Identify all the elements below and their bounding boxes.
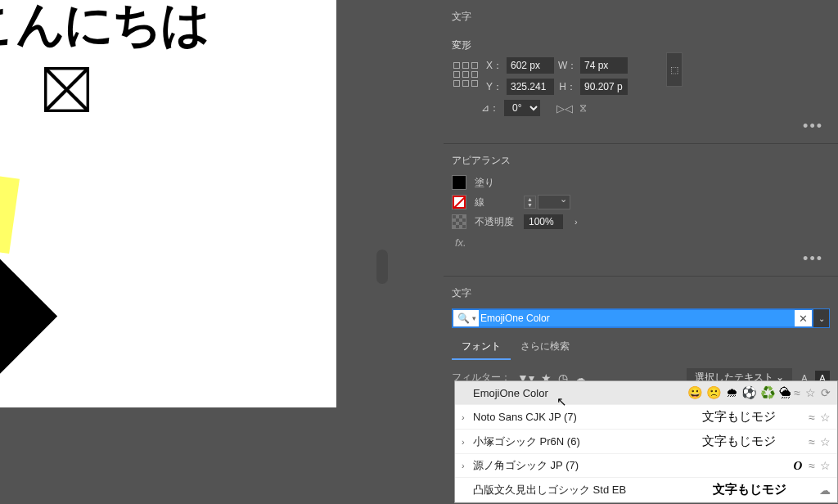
angle-label: ⊿： — [481, 101, 499, 115]
font-name-label: EmojiOne Color — [473, 387, 687, 399]
font-title: 文字 — [452, 280, 830, 305]
similar-icon[interactable]: ≈ — [809, 459, 815, 472]
font-name-label: 凸版文久見出しゴシック Std EB — [473, 483, 713, 497]
expand-icon[interactable]: › — [462, 412, 473, 422]
favorite-icon[interactable]: ☆ — [820, 459, 831, 472]
font-search-input[interactable]: EmojiOne Color — [479, 310, 795, 326]
fill-label: 塗り — [475, 176, 516, 190]
similar-icon[interactable]: ≈ — [809, 411, 815, 424]
missing-glyph-icon[interactable] — [44, 67, 89, 112]
stroke-swatch[interactable] — [452, 195, 466, 209]
x-input[interactable] — [507, 57, 554, 74]
activate-icon[interactable]: ⟳ — [821, 386, 831, 399]
fill-swatch[interactable] — [452, 175, 466, 190]
tab-more-search[interactable]: さらに検索 — [511, 335, 579, 360]
link-wh-icon[interactable]: ⬚ — [666, 52, 683, 87]
search-dropdown-icon[interactable]: ▾ — [472, 314, 479, 322]
favorite-icon[interactable]: ☆ — [805, 386, 816, 399]
opacity-input[interactable] — [524, 214, 563, 229]
character-title: 文字 — [452, 3, 830, 29]
transform-more-icon[interactable]: ••• — [452, 118, 830, 135]
font-preview: O — [702, 459, 809, 473]
character-section-header: 文字 — [444, 0, 838, 29]
font-item-2[interactable]: ›小塚ゴシック Pr6N (6)文字もじモジ≈☆ — [455, 430, 837, 454]
font-preview: 文字もじモジ — [702, 434, 809, 449]
font-preview: 文字もじモジ — [713, 482, 819, 497]
font-item-4[interactable]: 凸版文久見出しゴシック Std EB文字もじモジ☁ — [455, 478, 837, 502]
y-input[interactable] — [507, 79, 554, 95]
flip-horizontal-icon[interactable]: ▷◁ — [556, 102, 573, 115]
angle-select[interactable]: 0° — [504, 100, 540, 116]
transform-section: 変形 X： W： ⬚ Y： H： — [444, 29, 838, 144]
font-preview: 😀 🙁 🌧 ⚽ ♻️ 🌦 — [687, 385, 794, 400]
expand-icon[interactable]: › — [462, 461, 473, 470]
font-search-field[interactable]: 🔍 ▾ EmojiOne Color ✕ — [452, 308, 813, 328]
yellow-shape[interactable] — [0, 169, 20, 254]
font-actions: ≈☆ — [809, 411, 831, 424]
font-name-label: 源ノ角ゴシック JP (7) — [473, 458, 702, 473]
x-label: X： — [484, 59, 502, 73]
h-input[interactable] — [580, 79, 628, 95]
transform-title: 変形 — [452, 32, 830, 57]
font-actions: ≈☆ — [809, 435, 831, 448]
font-list-dropdown: EmojiOne Color😀 🙁 🌧 ⚽ ♻️ 🌦≈☆⟳›Noto Sans … — [454, 380, 838, 503]
opacity-swatch[interactable] — [452, 214, 466, 229]
w-input[interactable] — [580, 57, 628, 74]
font-actions: ☁ — [819, 484, 831, 497]
tab-font[interactable]: フォント — [452, 335, 511, 360]
favorite-icon[interactable]: ☆ — [820, 411, 831, 424]
font-item-1[interactable]: ›Noto Sans CJK JP (7)文字もじモジ≈☆ — [455, 405, 837, 430]
black-shape[interactable] — [0, 255, 57, 403]
favorite-icon[interactable]: ☆ — [820, 435, 831, 448]
w-label: W： — [558, 59, 576, 73]
fx-label[interactable]: fx. — [452, 232, 830, 249]
similar-icon[interactable]: ≈ — [809, 435, 815, 448]
font-actions: ≈☆⟳ — [794, 386, 831, 399]
appearance-more-icon[interactable]: ••• — [452, 250, 830, 268]
font-item-0[interactable]: EmojiOne Color😀 🙁 🌧 ⚽ ♻️ 🌦≈☆⟳ — [455, 381, 837, 405]
appearance-section: アピアランス 塗り 線 ▲▼ 不透明度 › fx. ••• — [444, 144, 838, 277]
cloud-sync-icon[interactable]: ☁ — [819, 484, 831, 497]
opacity-arrow-icon[interactable]: › — [574, 217, 578, 227]
reference-point-grid[interactable] — [453, 62, 478, 87]
canvas-area: こんにちは — [0, 0, 336, 504]
canvas-text[interactable]: こんにちは — [0, 0, 209, 58]
font-name-label: Noto Sans CJK JP (7) — [473, 411, 702, 423]
flip-vertical-icon[interactable]: ⧖ — [579, 101, 587, 115]
font-preview: 文字もじモジ — [702, 409, 809, 425]
expand-icon[interactable]: › — [462, 437, 473, 447]
stroke-label: 線 — [475, 196, 516, 209]
font-dropdown-button[interactable]: ⌄ — [813, 308, 830, 328]
similar-icon[interactable]: ≈ — [794, 386, 800, 399]
opacity-label: 不透明度 — [475, 215, 516, 229]
h-label: H： — [558, 80, 576, 94]
canvas-page[interactable]: こんにちは — [0, 0, 336, 407]
y-label: Y： — [484, 80, 502, 94]
appearance-title: アピアランス — [452, 147, 830, 173]
font-item-3[interactable]: ›源ノ角ゴシック JP (7)O≈☆ — [455, 454, 837, 478]
clear-search-icon[interactable]: ✕ — [795, 313, 812, 325]
search-icon: 🔍 — [453, 313, 472, 324]
font-name-label: 小塚ゴシック Pr6N (6) — [473, 434, 702, 449]
font-actions: ≈☆ — [809, 459, 831, 472]
stroke-weight-stepper[interactable]: ▲▼ — [524, 195, 570, 209]
panel-divider-handle[interactable] — [376, 250, 388, 284]
